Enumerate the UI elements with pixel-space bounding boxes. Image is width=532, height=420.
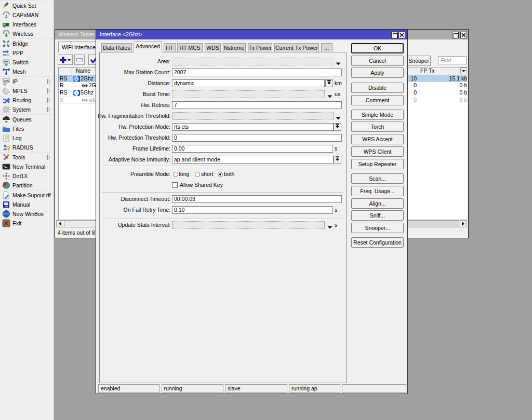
svg-text:255: 255 <box>4 79 9 83</box>
